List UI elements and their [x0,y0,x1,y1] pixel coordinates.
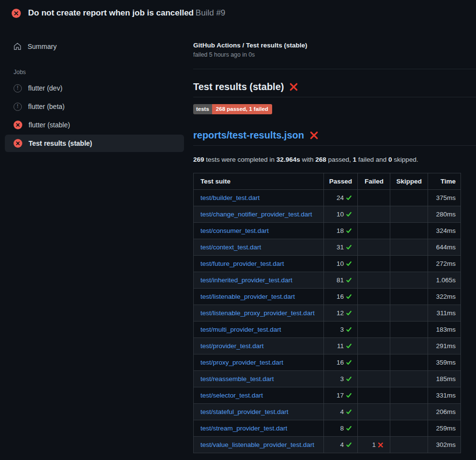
time-cell: 644ms [428,239,461,255]
sidebar-item-test-results-stable[interactable]: Test results (stable) [5,135,184,152]
suite-link[interactable]: test/multi_provider_test.dart [200,326,281,333]
time-cell: 272ms [428,255,461,272]
failed-cell [358,255,390,272]
check-icon [346,442,352,448]
col-passed: Passed [324,173,358,189]
suite-link[interactable]: test/listenable_proxy_provider_test.dart [200,309,315,317]
sidebar-item-label: flutter (beta) [28,103,64,110]
table-row: test/inherited_provider_test.dart811.065… [194,272,461,288]
failed-cell [358,189,390,206]
cancelled-icon [14,103,22,111]
passed-cell: 17 [324,387,358,403]
skipped-cell [390,305,428,321]
suite-link[interactable]: test/reassemble_test.dart [200,375,274,383]
section-heading-row: Test results (stable) [193,81,476,97]
jobs-heading: Jobs [14,69,189,76]
failed-cell [358,272,390,288]
sidebar-item-label: flutter (dev) [28,84,62,92]
sidebar-item-flutter-dev[interactable]: flutter (dev) [5,79,184,97]
suite-link[interactable]: test/future_provider_test.dart [200,260,284,267]
suite-link[interactable]: test/stateful_provider_test.dart [200,408,289,415]
passed-cell: 4 [324,403,358,420]
tests-badge-value: 268 passed, 1 failed [212,104,272,114]
sidebar-item-summary[interactable]: Summary [5,38,184,55]
table-row: test/stateful_provider_test.dart4206ms [194,403,461,420]
breadcrumb: GitHub Actions / Test results (stable) [193,42,476,49]
check-icon [346,425,352,431]
suite-link[interactable]: test/value_listenable_provider_test.dart [200,441,314,448]
failed-cell [358,321,390,337]
section-heading: Test results (stable) [193,81,284,92]
sidebar-item-flutter-stable[interactable]: flutter (stable) [5,116,184,134]
failed-cell [358,222,390,239]
table-row: test/multi_provider_test.dart3183ms [194,321,461,337]
check-icon [346,359,352,366]
failed-cell [358,305,390,321]
col-failed: Failed [358,173,390,189]
table-row: test/reassemble_test.dart3185ms [194,370,461,387]
sidebar-item-label: flutter (stable) [29,121,70,129]
suite-link[interactable]: test/builder_test.dart [200,194,260,201]
check-icon [346,211,352,217]
passed-cell: 81 [324,272,358,288]
passed-cell: 31 [324,239,358,255]
passed-cell: 18 [324,222,358,239]
time-cell: 280ms [428,206,461,222]
run-header: Do not create report when job is cancell… [0,0,476,26]
run-status-line: failed 5 hours ago in 0s [193,51,476,58]
check-icon [346,261,352,267]
skipped-cell [390,370,428,387]
failed-cell [358,206,390,222]
time-cell: 324ms [428,222,461,239]
passed-cell: 4 [324,436,358,453]
failed-cell [358,288,390,305]
passed-cell: 8 [324,420,358,436]
table-row: test/change_notifier_provider_test.dart1… [194,206,461,222]
summary-sentence: 269 tests were completed in 32.964s with… [193,156,476,163]
suite-link[interactable]: test/selector_test.dart [200,392,263,399]
passed-cell: 16 [324,288,358,305]
table-row: test/provider_test.dart11291ms [194,337,461,354]
skipped-cell [390,239,428,255]
sidebar-item-flutter-beta[interactable]: flutter (beta) [5,98,184,115]
tests-badge-label: tests [193,104,212,114]
table-row: test/value_listenable_provider_test.dart… [194,436,461,453]
skipped-cell [390,354,428,370]
failed-cell [358,239,390,255]
table-row: test/builder_test.dart24375ms [194,189,461,206]
failed-cell [358,387,390,403]
skipped-cell [390,255,428,272]
suite-link[interactable]: test/provider_test.dart [200,342,264,350]
failed-cross-icon [289,82,298,92]
suite-link[interactable]: test/stream_provider_test.dart [200,425,287,432]
table-row: test/context_test.dart31644ms [194,239,461,255]
check-icon [346,392,352,399]
time-cell: 291ms [428,337,461,354]
time-cell: 302ms [428,436,461,453]
suite-link[interactable]: test/context_test.dart [200,244,261,251]
table-row: test/stream_provider_test.dart8259ms [194,420,461,436]
results-table: Test suite Passed Failed Skipped Time te… [193,173,461,453]
time-cell: 183ms [428,321,461,337]
suite-link[interactable]: test/listenable_provider_test.dart [200,293,295,300]
check-icon [346,244,352,250]
sidebar-item-label: Summary [28,43,57,50]
report-file-link[interactable]: reports/test-results.json [193,130,304,141]
suite-link[interactable]: test/proxy_provider_test.dart [200,359,283,366]
check-icon [346,277,352,283]
failed-cross-icon [309,131,319,140]
passed-cell: 11 [324,337,358,354]
suite-link[interactable]: test/change_notifier_provider_test.dart [200,211,312,218]
failed-cell [358,370,390,387]
suite-link[interactable]: test/inherited_provider_test.dart [200,276,292,284]
suite-link[interactable]: test/consumer_test.dart [200,227,269,234]
main-panel: GitHub Actions / Test results (stable) f… [189,26,476,453]
passed-cell: 16 [324,354,358,370]
time-cell: 1.065s [428,272,461,288]
suite-cell: test/consumer_test.dart [194,222,324,239]
home-icon [14,43,21,50]
suite-cell: test/multi_provider_test.dart [194,321,324,337]
divider [193,69,476,69]
time-cell: 331ms [428,387,461,403]
cancelled-icon [14,84,22,92]
